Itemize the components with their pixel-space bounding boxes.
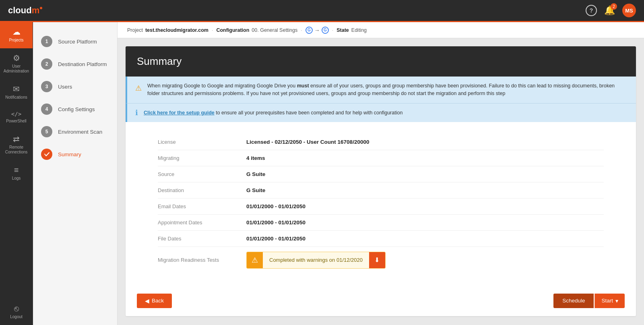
wizard-step-3[interactable]: 3 Users [33, 75, 117, 98]
summary-row-appointment-dates: Appointment Dates 01/01/2000 - 01/01/205… [158, 215, 604, 231]
readiness-text: Completed with warnings on 01/12/2020 [263, 253, 369, 267]
back-arrow-icon: ◀ [145, 298, 149, 304]
action-button-group: Schedule Start ▾ [553, 294, 625, 308]
wizard-step-4[interactable]: 4 Config Settings [33, 98, 117, 120]
email-dates-label: Email Dates [158, 203, 246, 209]
sidebar-label-user-admin: User Administration [2, 64, 31, 74]
summary-row-license: License Licensed - 02/12/2050 - User Cou… [158, 134, 604, 150]
license-label: License [158, 139, 246, 145]
sidebar-label-notifications: Notifications [5, 95, 27, 100]
sidebar-label-logout: Logout [10, 315, 23, 319]
project-label: Project [127, 27, 143, 33]
help-icon[interactable]: ? [586, 5, 597, 16]
logs-icon: ≡ [14, 166, 19, 174]
setup-guide-link[interactable]: Click here for the setup guide [144, 110, 215, 116]
email-dates-value: 01/01/2000 - 01/01/2050 [246, 203, 305, 209]
google-source-icon: G [305, 27, 313, 34]
summary-table: License Licensed - 02/12/2050 - User Cou… [126, 122, 636, 286]
sidebar-label-remote-connections: Remote Connections [2, 145, 31, 155]
state-label: State [336, 27, 349, 33]
user-admin-icon: ⚙ [13, 54, 20, 62]
step-label-2: Destination Platform [58, 61, 107, 67]
powershell-icon: </> [11, 111, 21, 117]
user-avatar[interactable]: MS [622, 4, 636, 17]
wizard-steps: 1 Source Platform 2 Destination Platform… [33, 22, 118, 325]
warning-text: When migrating Google to Google and migr… [147, 82, 628, 97]
summary-row-email-dates: Email Dates 01/01/2000 - 01/01/2050 [158, 199, 604, 215]
wizard-step-1[interactable]: 1 Source Platform [33, 30, 117, 53]
readiness-warning-icon: ⚠ [247, 252, 263, 268]
schedule-button[interactable]: Schedule [553, 294, 594, 308]
migrating-label: Migrating [158, 155, 246, 161]
appointment-dates-value: 01/01/2000 - 01/01/2050 [246, 219, 305, 226]
destination-label: Destination [158, 187, 246, 193]
header-right: ? 🔔 2 MS [586, 4, 636, 17]
readiness-download-button[interactable]: ⬇ [369, 252, 385, 268]
summary-row-source: Source G Suite [158, 166, 604, 182]
file-dates-label: File Dates [158, 236, 246, 242]
summary-row-destination: Destination G Suite [158, 182, 604, 199]
google-arrow-group: G → G [305, 27, 329, 34]
projects-icon: ☁ [12, 28, 21, 36]
start-label: Start [601, 298, 613, 304]
top-header: cloudm ? 🔔 2 MS [0, 0, 644, 22]
step-circle-4: 4 [41, 104, 52, 115]
logout-icon: ⎋ [14, 304, 19, 313]
sidebar-item-user-admin[interactable]: ⚙ User Administration [0, 48, 33, 79]
step-circle-2: 2 [41, 58, 52, 70]
step-circle-3: 3 [41, 81, 52, 92]
readiness-box: ⚠ Completed with warnings on 01/12/2020 … [246, 252, 386, 269]
summary-title: Summary [137, 55, 182, 67]
migrating-value: 4 items [246, 155, 265, 161]
sidebar-item-logout[interactable]: ⎋ Logout [0, 299, 33, 325]
setup-guide-text: Click here for the setup guide to ensure… [144, 110, 402, 116]
step-circle-5: 5 [41, 126, 52, 137]
step-label-4: Config Settings [58, 106, 95, 112]
notifications-icon: ✉ [13, 85, 20, 93]
wizard-step-2[interactable]: 2 Destination Platform [33, 53, 117, 75]
sidebar-item-projects[interactable]: ☁ Projects [0, 22, 33, 48]
source-label: Source [158, 171, 246, 177]
summary-row-migrating: Migrating 4 items [158, 150, 604, 166]
step-circle-1: 1 [41, 36, 52, 47]
info-banner: ℹ Click here for the setup guide to ensu… [126, 104, 636, 122]
sidebar-item-notifications[interactable]: ✉ Notifications [0, 79, 33, 106]
sidebar-label-logs: Logs [12, 176, 21, 181]
step-label-1: Source Platform [58, 39, 97, 45]
google-dest-icon: G [322, 27, 329, 34]
main-content: Summary ⚠ When migrating Google to Googl… [118, 38, 644, 325]
info-circle-icon: ℹ [135, 108, 138, 117]
step-label-5: Environment Scan [58, 129, 102, 135]
sidebar-label-powershell: PowerShell [6, 119, 27, 124]
back-button[interactable]: ◀ Back [137, 294, 172, 308]
sidebar-item-logs[interactable]: ≡ Logs [0, 160, 33, 186]
notification-icon[interactable]: 🔔 2 [604, 5, 615, 16]
destination-value: G Suite [246, 187, 265, 193]
remote-connections-icon: ⇄ [13, 135, 20, 143]
sub-header: Project test.thecloudmigrator.com · Conf… [118, 22, 644, 38]
readiness-label: Migration Readiness Tests [158, 257, 246, 263]
notification-badge: 2 [611, 3, 617, 10]
logo: cloudm [8, 5, 42, 16]
main-layout: ☁ Projects ⚙ User Administration ✉ Notif… [0, 22, 644, 325]
wizard-step-6[interactable]: Summary [33, 143, 117, 166]
step-label-3: Users [58, 84, 72, 90]
wizard-step-5[interactable]: 5 Environment Scan [33, 120, 117, 143]
sidebar: ☁ Projects ⚙ User Administration ✉ Notif… [0, 22, 33, 325]
config-value: 00. General Settings [252, 27, 297, 33]
file-dates-value: 01/01/2000 - 01/01/2050 [246, 236, 305, 242]
warning-triangle-icon: ⚠ [135, 83, 142, 94]
state-value: Editing [351, 27, 367, 33]
warning-banner: ⚠ When migrating Google to Google and mi… [126, 77, 636, 104]
sidebar-item-remote-connections[interactable]: ⇄ Remote Connections [0, 129, 33, 160]
step-circle-6 [41, 149, 52, 160]
content-area: Project test.thecloudmigrator.com · Conf… [118, 22, 644, 325]
back-label: Back [152, 298, 164, 304]
summary-row-readiness: Migration Readiness Tests ⚠ Completed wi… [158, 247, 604, 273]
sidebar-label-projects: Projects [9, 38, 23, 43]
setup-guide-suffix: to ensure all your prerequisites have be… [215, 110, 403, 116]
logo-dot [40, 7, 42, 9]
source-value: G Suite [246, 171, 265, 177]
sidebar-item-powershell[interactable]: </> PowerShell [0, 106, 33, 129]
start-button[interactable]: Start ▾ [594, 294, 625, 308]
